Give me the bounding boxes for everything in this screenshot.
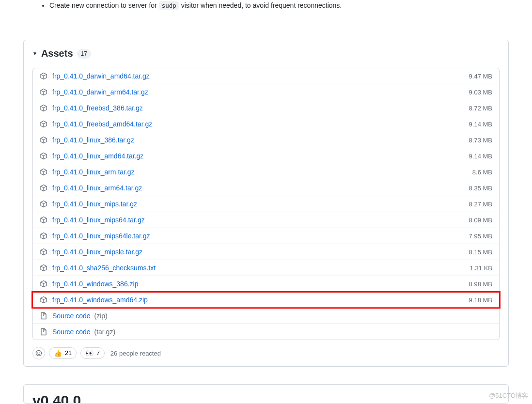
asset-row: frp_0.41.0_linux_386.tar.gz8.73 MB: [33, 132, 499, 148]
package-icon: [40, 200, 47, 208]
asset-link[interactable]: frp_0.41.0_linux_mips.tar.gz: [52, 200, 458, 208]
asset-row: frp_0.41.0_freebsd_386.tar.gz8.72 MB: [33, 100, 499, 116]
asset-row: frp_0.41.0_linux_arm64.tar.gz8.35 MB: [33, 180, 499, 196]
eyes-icon: 👀: [85, 349, 94, 357]
asset-row: frp_0.41.0_linux_mips64le.tar.gz7.95 MB: [33, 228, 499, 244]
reactions-bar: 👍 21 👀 7 26 people reacted: [32, 347, 500, 359]
inline-code: sudp: [159, 1, 179, 10]
asset-size: 7.95 MB: [458, 233, 492, 240]
asset-size: 8.98 MB: [458, 280, 492, 288]
package-icon: [40, 216, 47, 224]
package-icon: [40, 88, 47, 96]
asset-size: 8.35 MB: [458, 185, 492, 192]
package-icon: [40, 72, 47, 80]
package-icon: [40, 232, 47, 240]
asset-format: (zip): [93, 312, 108, 320]
package-icon: [40, 104, 47, 112]
asset-link[interactable]: frp_0.41.0_freebsd_amd64.tar.gz: [52, 120, 458, 128]
package-icon: [40, 136, 47, 144]
asset-size: 9.18 MB: [458, 296, 492, 304]
asset-link[interactable]: frp_0.41.0_linux_386.tar.gz: [52, 136, 458, 144]
file-zip-icon: [40, 312, 47, 320]
note-text-suffix: visitor when needed, to avoid frequent r…: [181, 1, 342, 9]
eyes-count: 7: [96, 350, 100, 357]
asset-link[interactable]: frp_0.41.0_darwin_arm64.tar.gz: [52, 88, 458, 96]
asset-row: Source code (tar.gz): [33, 324, 499, 340]
asset-link[interactable]: frp_0.41.0_linux_arm.tar.gz: [52, 168, 458, 176]
asset-row: frp_0.41.0_freebsd_amd64.tar.gz9.14 MB: [33, 116, 499, 132]
asset-size: 8.72 MB: [458, 105, 492, 112]
asset-row: frp_0.41.0_linux_amd64.tar.gz9.14 MB: [33, 148, 499, 164]
package-icon: [40, 280, 47, 288]
package-icon: [40, 264, 47, 272]
package-icon: [40, 248, 47, 256]
asset-link[interactable]: Source code (tar.gz): [52, 328, 458, 336]
asset-row: frp_0.41.0_linux_arm.tar.gz8.6 MB: [33, 164, 499, 180]
caret-down-icon: ▼: [32, 51, 37, 56]
note-text-prefix: Create new connection to server for: [49, 1, 159, 9]
asset-row: frp_0.41.0_linux_mips64.tar.gz8.09 MB: [33, 212, 499, 228]
asset-size: 8.27 MB: [458, 201, 492, 208]
thumbs-up-icon: 👍: [54, 349, 62, 357]
svg-point-2: [39, 352, 40, 353]
release-assets-section: ▼ Assets 17 frp_0.41.0_darwin_amd64.tar.…: [23, 40, 509, 367]
reaction-eyes[interactable]: 👀 7: [80, 347, 105, 359]
next-release-title: v0.40.0: [32, 392, 500, 404]
asset-link[interactable]: frp_0.41.0_linux_mips64le.tar.gz: [52, 232, 458, 240]
asset-size: 8.73 MB: [458, 137, 492, 144]
asset-link[interactable]: frp_0.41.0_linux_amd64.tar.gz: [52, 152, 458, 160]
asset-size: 9.14 MB: [458, 121, 492, 128]
asset-size: 8.09 MB: [458, 217, 492, 224]
asset-link[interactable]: frp_0.41.0_windows_amd64.zip: [52, 296, 458, 304]
asset-size: 9.47 MB: [458, 73, 492, 80]
asset-link[interactable]: frp_0.41.0_windows_386.zip: [52, 280, 458, 288]
package-icon: [40, 296, 47, 304]
package-icon: [40, 168, 47, 176]
asset-link[interactable]: frp_0.41.0_linux_mips64.tar.gz: [52, 216, 458, 224]
asset-size: 8.6 MB: [458, 169, 492, 176]
asset-link[interactable]: frp_0.41.0_freebsd_386.tar.gz: [52, 104, 458, 112]
asset-size: 9.14 MB: [458, 153, 492, 160]
package-icon: [40, 184, 47, 192]
assets-title: Assets: [41, 48, 73, 59]
asset-row: frp_0.41.0_darwin_arm64.tar.gz9.03 MB: [33, 84, 499, 100]
asset-size: 1.31 KB: [458, 264, 492, 272]
svg-point-1: [37, 352, 38, 353]
release-note-item: Create new connection to server for sudp…: [49, 0, 508, 11]
smiley-icon: [35, 350, 42, 357]
asset-size: 8.15 MB: [458, 249, 492, 256]
add-reaction-button[interactable]: [32, 347, 45, 359]
next-release-panel: v0.40.0: [23, 384, 509, 404]
asset-link[interactable]: frp_0.41.0_linux_mipsle.tar.gz: [52, 248, 458, 256]
asset-list: frp_0.41.0_darwin_amd64.tar.gz9.47 MBfrp…: [32, 68, 500, 340]
assets-toggle[interactable]: ▼ Assets 17: [24, 48, 508, 64]
thumbs-count: 21: [65, 350, 72, 357]
asset-link[interactable]: frp_0.41.0_darwin_amd64.tar.gz: [52, 72, 458, 80]
reactions-summary: 26 people reacted: [110, 350, 161, 357]
asset-format: (tar.gz): [93, 328, 115, 336]
asset-row: frp_0.41.0_windows_amd64.zip9.18 MB: [33, 292, 499, 308]
package-icon: [40, 152, 47, 160]
file-zip-icon: [40, 328, 47, 336]
reaction-thumbs-up[interactable]: 👍 21: [49, 347, 77, 359]
release-notes: Create new connection to server for sudp…: [10, 0, 522, 20]
asset-row: frp_0.41.0_linux_mipsle.tar.gz8.15 MB: [33, 244, 499, 260]
asset-link[interactable]: Source code (zip): [52, 312, 458, 320]
asset-row: frp_0.41.0_darwin_amd64.tar.gz9.47 MB: [33, 68, 499, 84]
asset-row: frp_0.41.0_windows_386.zip8.98 MB: [33, 276, 499, 292]
svg-point-0: [36, 351, 41, 356]
package-icon: [40, 120, 47, 128]
asset-size: 9.03 MB: [458, 89, 492, 96]
asset-row: frp_0.41.0_sha256_checksums.txt1.31 KB: [33, 260, 499, 276]
asset-row: frp_0.41.0_linux_mips.tar.gz8.27 MB: [33, 196, 499, 212]
asset-row: Source code (zip): [33, 308, 499, 324]
asset-link[interactable]: frp_0.41.0_sha256_checksums.txt: [52, 264, 458, 272]
asset-link[interactable]: frp_0.41.0_linux_arm64.tar.gz: [52, 184, 458, 192]
assets-count-badge: 17: [77, 49, 91, 59]
